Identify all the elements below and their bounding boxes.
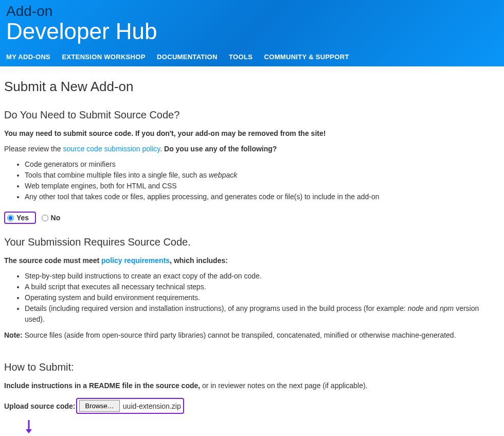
instr-rest: or in reviewer notes on the next page (i… [200, 381, 367, 390]
file-name: uuid-extension.zip [123, 402, 181, 410]
list-item: Web template engines, both for HTML and … [25, 181, 500, 191]
nav-extension-workshop[interactable]: EXTENSION WORKSHOP [62, 53, 146, 61]
review-suffix: . [160, 145, 164, 153]
warning-text: You may need to submit source code. If y… [4, 129, 326, 137]
arrow-down-icon [25, 420, 500, 433]
requires-source-heading: Your Submission Requires Source Code. [4, 236, 500, 248]
upload-row: Upload source code: Browse… uuid-extensi… [4, 398, 500, 414]
list-item: A build script that executes all necessa… [25, 282, 500, 292]
review-paragraph: Please review the source code submission… [4, 144, 500, 154]
nav-documentation[interactable]: DOCUMENTATION [157, 53, 218, 61]
main-content: Submit a New Add-on Do You Need to Submi… [0, 66, 504, 436]
page-title: Submit a New Add-on [4, 79, 500, 95]
policy-requirements-link[interactable]: policy requirements [101, 256, 170, 265]
note-paragraph: Note: Source files (aside from open-sour… [4, 330, 500, 340]
svg-marker-1 [26, 429, 32, 433]
upload-label: Upload source code: [4, 402, 75, 410]
note-label: Note: [4, 331, 23, 339]
browse-button[interactable]: Browse… [79, 400, 119, 412]
requirements-list: Step-by-step build instructions to creat… [25, 271, 500, 325]
tools-list: Code generators or minifiers Tools that … [25, 159, 500, 202]
upload-highlight: Browse… uuid-extension.zip [76, 398, 184, 414]
list-item: Any other tool that takes code or files,… [25, 191, 500, 202]
review-prefix: Please review the [4, 145, 63, 153]
yes-highlight: Yes [4, 212, 36, 224]
page-header: Add-on Developer Hub MY ADD-ONS EXTENSIO… [0, 0, 504, 66]
instr-bold: Include instructions in a README file in… [4, 381, 200, 390]
source-code-radio-row: Yes No [4, 212, 500, 224]
list-item: Step-by-step build instructions to creat… [25, 271, 500, 282]
nav-my-addons[interactable]: MY ADD-ONS [6, 53, 50, 61]
radio-no[interactable] [42, 215, 48, 221]
radio-yes[interactable] [7, 215, 14, 221]
radio-yes-label[interactable]: Yes [16, 214, 29, 222]
requirements-paragraph: The source code must meet policy require… [4, 255, 500, 266]
list-item: Operating system and build environment r… [25, 292, 500, 303]
how-to-submit-heading: How to Submit: [4, 361, 500, 373]
source-code-heading: Do You Need to Submit Source Code? [4, 109, 500, 121]
radio-no-label[interactable]: No [51, 214, 61, 222]
note-text: Source files (aside from open-source thi… [23, 331, 456, 339]
list-item: Tools that combine multiple files into a… [25, 170, 500, 181]
question-text: Do you use any of the following? [164, 145, 277, 153]
nav-tools[interactable]: TOOLS [229, 53, 253, 61]
main-nav: MY ADD-ONS EXTENSION WORKSHOP DOCUMENTAT… [6, 45, 498, 66]
nav-community-support[interactable]: COMMUNITY & SUPPORT [264, 53, 349, 61]
header-subtitle: Add-on [6, 4, 498, 19]
list-item: Code generators or minifiers [25, 159, 500, 170]
instructions-paragraph: Include instructions in a README file in… [4, 380, 500, 391]
header-title: Developer Hub [6, 19, 498, 45]
source-policy-link[interactable]: source code submission policy [63, 145, 160, 153]
list-item: Details (including required version and … [25, 303, 500, 325]
